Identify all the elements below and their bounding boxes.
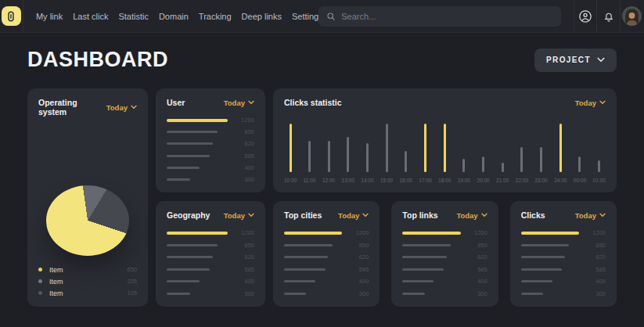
app-logo[interactable] [2,6,21,26]
menu-item-deep-links[interactable]: Deep links [242,12,282,21]
bar-value: 620 [350,253,369,261]
bar-value: 850 [350,242,369,249]
chart-bar-highlight [444,124,446,172]
project-dropdown-button[interactable]: PROJECT [534,49,617,72]
chart-column-15-00: 15:00 [380,115,393,183]
x-axis-tick: 22:00 [516,178,528,183]
chart-bar [366,143,369,172]
notifications-button[interactable] [596,0,619,32]
bar [167,244,218,246]
bar-row: 620 [284,253,369,261]
profile-button[interactable] [620,0,644,32]
bar [284,293,306,295]
bar-value: 585 [236,153,254,160]
bar-row: 300 [521,290,606,297]
bar-value: 1200 [587,229,606,236]
bar-row: 300 [402,290,487,297]
card-operating-system: Operating system Today Item650Item205Ite… [27,88,148,307]
bar-value: 850 [236,242,254,249]
bell-icon [602,9,616,23]
chart-column-20-00: 20:00 [477,115,489,183]
bar-value: 400 [587,278,606,285]
bar-value: 300 [587,290,606,297]
bar-highlight [167,119,228,122]
chart-bar [598,160,600,172]
card-head: User Today [167,98,254,107]
column-middle: User Today 1200850620585400300 Geography… [156,88,265,307]
bar-value: 1200 [350,229,369,236]
bar-value: 850 [236,128,254,135]
period-label: Today [106,103,128,112]
card-head: Top links Today [402,210,487,220]
search-input[interactable] [341,12,553,21]
period-dropdown[interactable]: Today [106,103,137,112]
bar-value: 400 [236,278,254,285]
card-title: Clicks [521,210,545,220]
chart-bar [578,156,581,172]
x-axis-tick: 19:00 [458,178,470,183]
chart-bar [405,151,407,172]
bottom-row: Top cities Today 1200850620585400300 Top… [273,201,617,307]
legend-value: 205 [127,278,137,285]
x-axis-tick: 00:00 [574,178,586,183]
bar-value: 620 [236,140,254,147]
bar-list: 1200850620585400300 [521,229,606,297]
card-head: Clicks Today [521,210,606,220]
menu-item-statistic[interactable]: Statistic [118,12,149,21]
menu-item-my-link[interactable]: My link [36,12,63,21]
bar-row: 850 [167,242,254,249]
legend-dot [38,291,42,295]
period-dropdown[interactable]: Today [456,211,487,220]
card-head: Geography Today [167,210,254,220]
bar-highlight [521,232,579,235]
chart-bar [482,156,484,172]
logo-cell [0,0,23,32]
legend-row: Item205 [38,277,137,286]
bar-row: 620 [521,253,606,261]
bar [521,244,570,246]
bar [167,155,210,157]
menu-item-domain[interactable]: Domain [159,12,189,21]
bar [167,142,213,145]
link-icon [5,10,17,23]
bar [167,178,190,181]
period-dropdown[interactable]: Today [224,211,254,220]
card-title: Operating system [38,98,106,117]
period-label: Today [575,211,596,220]
page-title: DASHBOARD [27,48,168,72]
period-dropdown[interactable]: Today [338,211,369,220]
search-bar[interactable] [318,6,561,27]
search-wrap [318,0,574,32]
legend-label: Item [49,266,63,274]
x-axis-tick: 12:00 [322,178,335,183]
bar-row: 1200 [167,117,254,124]
x-axis-tick: 15:00 [380,178,393,183]
support-button[interactable] [574,0,596,32]
navbar: My linkLast clickStatisticDomainTracking… [0,0,644,33]
menu-item-last-click[interactable]: Last click [73,12,108,21]
os-pie-chart [46,185,129,256]
period-dropdown[interactable]: Today [224,99,254,107]
period-dropdown[interactable]: Today [575,211,606,220]
bar-row: 1200 [521,229,606,236]
menu-item-tracking[interactable]: Tracking [199,12,232,21]
period-dropdown[interactable]: Today [575,99,606,107]
bar-value: 1200 [236,117,254,124]
chart-column-12-00: 12:00 [322,115,335,183]
bar-highlight [167,232,228,235]
bar-row: 1200 [402,229,487,236]
chart-column-17-00: 17:00 [419,115,431,183]
bar [521,293,543,295]
bar [284,244,333,246]
bar-value: 1200 [236,229,254,236]
bar-row: 585 [167,266,254,273]
bar-row: 400 [521,278,606,285]
x-axis-tick: 21:00 [496,178,509,183]
bar-value: 585 [587,266,606,273]
bar-row: 585 [284,266,369,273]
bar [167,167,200,169]
bar-value: 585 [469,266,487,273]
menu-item-setting[interactable]: Setting [292,12,318,21]
bar-row: 620 [402,253,487,261]
bar-value: 300 [469,290,487,297]
